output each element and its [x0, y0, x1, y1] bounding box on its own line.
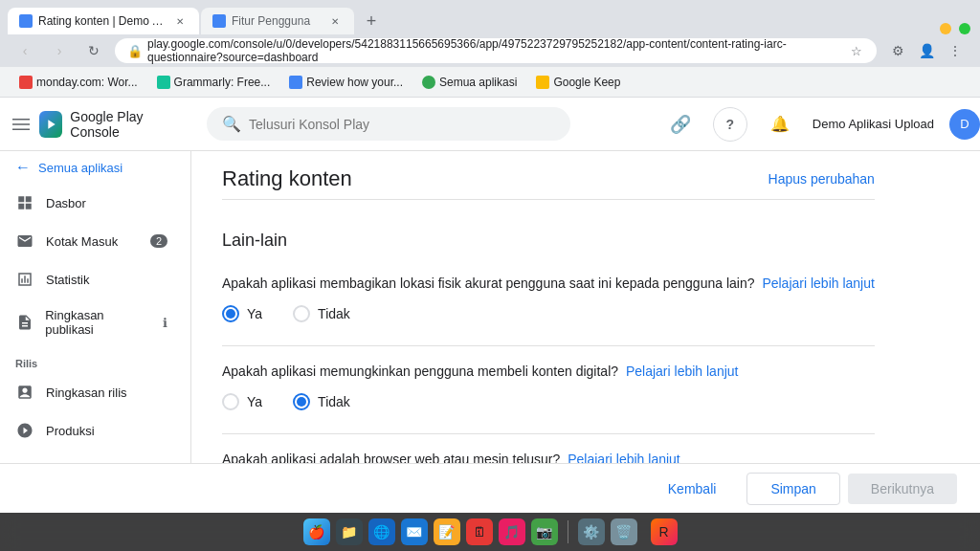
sidebar-item-ringkasan-rilis[interactable]: Ringkasan rilis [0, 373, 183, 411]
dock-icon-finder[interactable]: 🍎 [303, 518, 330, 545]
dock-icon-mail[interactable]: ✉️ [401, 518, 428, 545]
question-1-tidak-radio[interactable] [293, 305, 310, 322]
dock-icon-trash[interactable]: 🗑️ [611, 518, 637, 545]
bookmark-grammarly[interactable]: Grammarly: Free... [149, 72, 278, 93]
browser-maximize[interactable] [959, 23, 970, 34]
more-options-icon[interactable]: ⋮ [942, 37, 969, 64]
svg-rect-6 [26, 204, 32, 209]
question-2-learn-more-link[interactable]: Pelajari lebih lanjut [626, 364, 739, 379]
sidebar: ← Semua aplikasi Dasbor Kotak Masuk 2 [0, 151, 191, 463]
new-tab-button[interactable]: + [358, 8, 385, 34]
review-favicon [289, 76, 302, 89]
question-3-text: Apakah aplikasi adalah browser web atau … [222, 450, 875, 463]
sidebar-item-statistik[interactable]: Statistik [0, 260, 183, 298]
sidebar-item-produksi[interactable]: Produksi [0, 411, 183, 450]
url-bar[interactable]: 🔒 play.google.com/console/u/0/developers… [115, 38, 877, 63]
search-input[interactable] [249, 117, 555, 132]
extensions-icon[interactable]: ⚙ [884, 37, 911, 64]
question-3-block: Apakah aplikasi adalah browser web atau … [222, 450, 875, 463]
sidebar-item-kotak-masuk[interactable]: Kotak Masuk 2 [0, 222, 183, 260]
question-2-tidak-radio[interactable] [293, 393, 310, 410]
search-area: 🔍 [191, 107, 663, 141]
link-icon-button[interactable]: 🔗 [663, 107, 698, 142]
question-1-text: Apakah aplikasi membagikan lokasi fisik … [222, 274, 875, 294]
tab-rating-konten[interactable]: Rating konten | Demo Aplikasi... ✕ [8, 8, 199, 34]
dock-icon-music[interactable]: 🎵 [499, 518, 525, 545]
question-2-text: Apakah aplikasi memungkinkan pengguna me… [222, 362, 875, 382]
ringkasan-rilis-label: Ringkasan rilis [46, 386, 127, 400]
section-title: Lain-lain [222, 231, 875, 251]
svg-rect-2 [12, 128, 30, 130]
sidebar-back-label: Semua aplikasi [38, 161, 122, 175]
title-divider [222, 199, 875, 200]
svg-rect-5 [18, 204, 24, 209]
dock-icon-notes[interactable]: 📝 [434, 518, 460, 545]
tab-close-2[interactable]: ✕ [327, 13, 343, 29]
url-text: play.google.com/console/u/0/developers/5… [147, 37, 848, 64]
berikutnya-button[interactable]: Berikutnya [848, 474, 957, 504]
profile-icon[interactable]: 👤 [913, 37, 940, 64]
svg-rect-3 [18, 196, 24, 202]
dock-icon-settings[interactable]: ⚙️ [578, 518, 605, 545]
bookmark-semua-aplikasi[interactable]: Semua aplikasi [414, 72, 524, 93]
browser-reload-button[interactable]: ↻ [80, 37, 107, 64]
bookmark-google-keep[interactable]: Google Keep [528, 72, 628, 93]
simpan-button[interactable]: Simpan [746, 473, 839, 505]
browser-forward-button[interactable]: › [46, 37, 73, 64]
svg-rect-0 [12, 119, 30, 121]
question-2-tidak-option[interactable]: Tidak [293, 393, 350, 410]
ringkasan-publikasi-label: Ringkasan publikasi [45, 308, 151, 337]
tab-fitur-pengguna[interactable]: Fitur Pengguna ✕ [201, 8, 354, 34]
bookmark-review-label: Review how your... [306, 76, 403, 89]
user-avatar[interactable]: D [949, 109, 980, 140]
play-logo [39, 111, 62, 138]
browser-back-button[interactable]: ‹ [11, 37, 38, 64]
bookmark-grammarly-label: Grammarly: Free... [174, 76, 271, 89]
bookmark-review[interactable]: Review how your... [281, 72, 411, 93]
dock-divider [568, 520, 568, 543]
monday-favicon [19, 76, 33, 89]
hamburger-menu[interactable] [11, 113, 32, 136]
browser-minimize[interactable] [940, 23, 951, 34]
tab-title-2: Fitur Pengguna [232, 14, 322, 28]
notification-icon-button[interactable]: 🔔 [763, 107, 797, 142]
question-1-radio-group: Ya Tidak [222, 305, 875, 322]
statistik-icon [15, 270, 34, 289]
question-1-block: Apakah aplikasi membagikan lokasi fisik … [222, 274, 875, 322]
dock-icon-photos[interactable]: 📷 [531, 518, 558, 545]
hapus-perubahan-button[interactable]: Hapus perubahan [768, 171, 875, 187]
question-2-block: Apakah aplikasi memungkinkan pengguna me… [222, 362, 875, 410]
dock-icon-files[interactable]: 📁 [336, 518, 363, 545]
sidebar-item-ringkasan-publikasi[interactable]: Ringkasan publikasi ℹ [0, 298, 183, 346]
question-3-learn-more-link[interactable]: Pelajari lebih lanjut [568, 452, 680, 463]
dock-icon-calendar[interactable]: 🗓 [466, 518, 493, 545]
question-2-ya-radio[interactable] [222, 393, 239, 410]
question-1-ya-label: Ya [247, 306, 262, 321]
question-1-ya-radio[interactable] [222, 305, 239, 322]
bookmark-monday[interactable]: monday.com: Wor... [11, 72, 145, 93]
tab-close-1[interactable]: ✕ [172, 13, 188, 29]
bookmark-url-icon[interactable]: ☆ [848, 42, 865, 59]
kembali-button[interactable]: Kembali [645, 474, 740, 504]
dock-icon-special[interactable]: R [651, 518, 678, 545]
search-icon: 🔍 [222, 115, 241, 133]
question-1-tidak-option[interactable]: Tidak [293, 305, 350, 322]
question-1-ya-option[interactable]: Ya [222, 305, 262, 322]
ringkasan-rilis-icon [15, 383, 34, 402]
mac-dock: 🍎 📁 🌐 ✉️ 📝 🗓 🎵 📷 ⚙️ 🗑️ R [0, 513, 980, 551]
dock-icon-browser[interactable]: 🌐 [368, 518, 395, 545]
svg-rect-4 [26, 196, 32, 202]
sidebar-back-link[interactable]: ← Semua aplikasi [0, 151, 190, 184]
question-2-ya-option[interactable]: Ya [222, 393, 262, 410]
sidebar-item-pengujian[interactable]: ▼ Pengujian [0, 450, 190, 463]
bookmark-monday-label: monday.com: Wor... [36, 76, 138, 89]
kotak-masuk-label: Kotak Masuk [46, 234, 118, 249]
question-1-learn-more-link[interactable]: Pelajari lebih lanjut [762, 276, 875, 291]
sidebar-item-dasbor[interactable]: Dasbor [0, 184, 183, 222]
app-name-label[interactable]: Demo Aplikasi Upload [813, 117, 934, 131]
kotak-masuk-badge: 2 [150, 234, 167, 248]
dasbor-label: Dasbor [46, 196, 86, 210]
help-icon-button[interactable]: ? [713, 107, 747, 142]
search-bar-container[interactable]: 🔍 [207, 107, 570, 141]
kotak-masuk-icon [15, 231, 34, 251]
